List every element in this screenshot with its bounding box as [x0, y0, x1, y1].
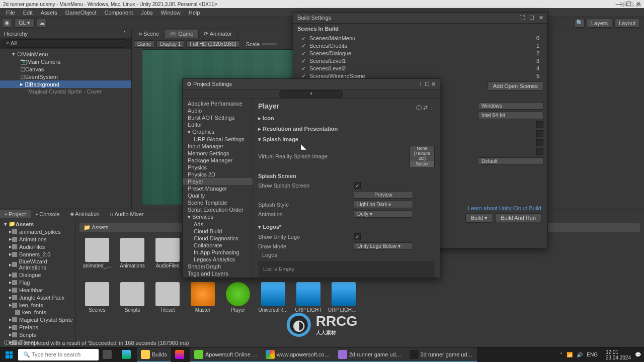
preview-button[interactable]: Preview	[354, 191, 413, 199]
build-button[interactable]: Build ▾	[465, 213, 494, 223]
display-dropdown[interactable]: Display 1	[156, 40, 184, 48]
build-dock-icon[interactable]: ☐	[529, 15, 534, 21]
hierarchy-menu-icon[interactable]: ⋮	[122, 30, 127, 37]
cat-audio[interactable]: Audio	[183, 107, 253, 114]
scene-row[interactable]: ✓ Scenes/Level13	[297, 57, 543, 65]
layout-dropdown[interactable]: Layout	[614, 19, 640, 28]
tray-lang[interactable]: ENG	[587, 352, 598, 357]
cat-tags[interactable]: Tags and Layers	[183, 270, 253, 277]
ofiler-checkbox[interactable]	[536, 139, 543, 146]
tab-game[interactable]: 🎮 Game	[165, 30, 199, 38]
tab-audio-mixer[interactable]: ⎍ Audio Mixer	[105, 210, 149, 218]
start-button[interactable]	[0, 347, 18, 363]
resolution-section[interactable]: ▸ Resolution and Presentation	[258, 124, 435, 134]
scene-row[interactable]: ✓ Scenes/Dialogue2	[297, 50, 543, 57]
cat-adaptive[interactable]: Adaptive Performance	[183, 100, 253, 107]
tab-animator[interactable]: ⟳ Animator	[199, 30, 237, 38]
show-splash-checkbox[interactable]	[354, 182, 361, 189]
logos-section[interactable]: ▾ Logos*	[258, 222, 435, 232]
tray-volume-icon[interactable]: 🔊	[577, 352, 583, 357]
hierarchy-crystal-sprite[interactable]: Magical Crystal Sprite - Cover	[0, 88, 131, 95]
cloud-build-link[interactable]: Learn about Unity Cloud Build	[468, 205, 541, 211]
menu-help[interactable]: Help	[185, 9, 204, 17]
cat-scenetpl[interactable]: Scene Template	[183, 199, 253, 206]
icon-section[interactable]: ▸ Icon	[258, 113, 435, 124]
build-and-run-button[interactable]: Build And Run	[495, 213, 541, 222]
cat-cloud-diag[interactable]: Cloud Diagnostics	[183, 235, 253, 242]
tray-wifi-icon[interactable]: 📶	[567, 352, 573, 357]
ng-checkbox[interactable]	[536, 148, 543, 155]
task-apowersoft[interactable]: Apowersoft Online …	[190, 347, 262, 363]
method-dropdown[interactable]: Default	[478, 157, 543, 165]
folder-jungle[interactable]: ▸ Jungle Asset Pack	[0, 294, 75, 301]
folder-healthbar[interactable]: ▸ Healthbar	[0, 286, 75, 294]
folder-flag[interactable]: ▸ Flag	[0, 279, 75, 286]
resolution-dropdown[interactable]: Full HD (1920x1080)	[186, 40, 239, 48]
cat-script-exec[interactable]: Script Execution Order	[183, 206, 253, 213]
asset-universal[interactable]: UniversalR…	[258, 282, 289, 322]
task-vs[interactable]: 2d runner game ud…	[334, 347, 406, 363]
folder-spikes[interactable]: ▸ animated_spikes	[0, 228, 75, 235]
cat-tmp[interactable]: TextMesh Pro	[183, 277, 253, 278]
folder-crystal[interactable]: ▸ Magical Crystal Sprite	[0, 316, 75, 323]
asset-animated[interactable]: animated_…	[82, 238, 113, 278]
cat-preset[interactable]: Preset Manager	[183, 185, 253, 192]
folder-kenfonts[interactable]: ▸ ken_fonts	[0, 301, 75, 309]
task-unity[interactable]: 2d runner game ud…	[406, 347, 477, 363]
task-chrome[interactable]: www.apowersoft.co…	[262, 347, 334, 363]
folder-bluewizard[interactable]: ▸ BlueWizard Animations	[0, 258, 75, 271]
cat-physics2d[interactable]: Physics 2D	[183, 171, 253, 178]
folder-kenfonts-sub[interactable]: ken_fonts	[0, 309, 75, 316]
asset-master[interactable]: Master	[187, 282, 218, 322]
tray-clock[interactable]: 12:0123.04.2024	[602, 349, 631, 360]
hierarchy-background[interactable]: ▸ ◫ Background	[0, 80, 131, 88]
studio-checkbox[interactable]	[536, 121, 543, 128]
folder-dialogue[interactable]: ▸ Dialogue	[0, 271, 75, 279]
asset-scripts[interactable]: Scripts	[117, 282, 148, 322]
vr-splash-picker[interactable]: None (Texture 2D) Select	[410, 146, 435, 167]
ps-close-icon[interactable]: ✕	[431, 81, 436, 87]
menu-edit[interactable]: Edit	[19, 9, 37, 17]
menu-file[interactable]: File	[2, 9, 19, 17]
asset-tileset[interactable]: Tileset	[152, 282, 183, 322]
system-tray[interactable]: ˄ 📶 🔊 ENG 12:0123.04.2024 💬	[553, 349, 644, 360]
tab-scene[interactable]: ⌗ Scene	[134, 30, 165, 38]
cloud-icon[interactable]: ☁	[37, 19, 47, 28]
scene-row[interactable]: ✓ Scenes/Credits1	[297, 42, 543, 50]
cat-memory[interactable]: Memory Settings	[183, 150, 253, 157]
assets-root[interactable]: ▾ 📁 Assets	[0, 220, 75, 228]
hierarchy-search[interactable]: ᵠ All	[0, 38, 131, 49]
gl-dropdown[interactable]: GL ▾	[14, 18, 35, 28]
cat-services[interactable]: ▾ Services	[183, 213, 253, 221]
build-close-icon[interactable]: ✕	[539, 15, 543, 21]
scene-root[interactable]: ▾⬡ MainMenu	[0, 50, 131, 58]
game-mode-dropdown[interactable]: Game	[134, 40, 154, 48]
cat-legacy[interactable]: Legacy Analytics	[183, 256, 253, 263]
tab-animation[interactable]: ◈ Animation	[65, 210, 105, 218]
uild-checkbox[interactable]	[536, 130, 543, 137]
search-icon[interactable]: 🔍	[575, 19, 585, 28]
folder-scripts[interactable]: ▸ Scripts	[0, 331, 75, 338]
splash-section[interactable]: ▾ Splash Image	[258, 134, 435, 145]
taskbar-search[interactable]: 🔍 Type here to search	[18, 349, 99, 360]
draw-mode-dropdown[interactable]: Unity Logo Below ▾	[354, 242, 413, 250]
asset-player[interactable]: Player	[222, 282, 254, 322]
tray-notifications-icon[interactable]: 💬	[635, 352, 641, 357]
scale-slider[interactable]	[262, 43, 277, 45]
cat-collab[interactable]: Collaborate	[183, 242, 253, 249]
tab-console[interactable]: ▪ Console	[31, 210, 64, 218]
menu-assets[interactable]: Assets	[37, 9, 61, 17]
cat-player[interactable]: Player	[183, 178, 253, 185]
folder-prefabs[interactable]: ▸ Prefabs	[0, 323, 75, 331]
task-edge-icon[interactable]	[118, 347, 137, 363]
cat-urp[interactable]: URP Global Settings	[183, 136, 253, 143]
ps-max-icon[interactable]: ☐	[425, 81, 430, 87]
cat-editor[interactable]: Editor	[183, 121, 253, 128]
folder-banners[interactable]: ▸ Banners_2.0	[0, 250, 75, 258]
asset-animations[interactable]: Animations	[117, 238, 148, 278]
cat-package[interactable]: Package Manager	[183, 157, 253, 164]
cat-burst[interactable]: Burst AOT Settings	[183, 114, 253, 121]
ps-dock-icon[interactable]: ⋮	[418, 81, 423, 87]
menu-component[interactable]: Component	[100, 9, 137, 17]
cat-physics[interactable]: Physics	[183, 164, 253, 171]
